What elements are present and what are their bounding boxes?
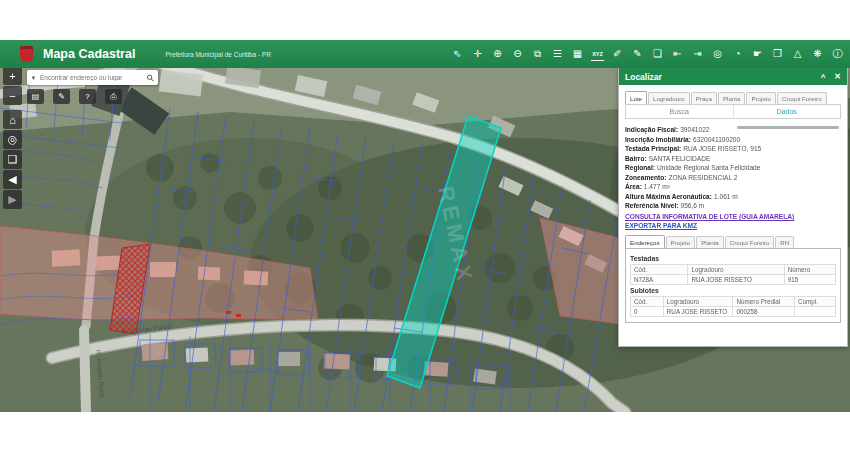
select-help-icon[interactable]: ? [79,89,96,104]
map-tool-row: ▤ ✎ ? ⎙ [27,89,122,104]
next-extent-icon[interactable]: ⇥ [691,46,704,62]
curitiba-crest-icon [20,46,33,62]
subtab-busca[interactable]: Busca [626,105,733,118]
search-source-dropdown[interactable]: ▼ [27,75,40,81]
sublotes-title: Sublotes [630,287,836,294]
scrollbar-thumb[interactable] [737,126,839,129]
pointer-icon[interactable]: ☛ [751,46,764,62]
edit-icon[interactable]: ✎ [631,46,644,62]
testadas-table: Cód. Logradouro Número N728A RUA JOSE RI… [630,264,836,285]
tab-lote[interactable]: Lote [625,91,647,104]
localizar-panel-header[interactable]: Localizar ˄ ✕ [619,68,847,85]
tab-detail-croqui-foreiro[interactable]: Croqui Foreiro [725,236,775,248]
link-exportar-kmz[interactable]: EXPORTAR PARA KMZ [625,222,841,229]
field-regional: Regional:Unidade Regional Santa Felicida… [625,163,841,173]
map-zoom-out-button[interactable]: − [3,86,22,105]
tab-praca[interactable]: Praça [691,92,717,104]
testadas-title: Testadas [630,255,836,262]
subtab-dados[interactable]: Dados [733,105,841,118]
home-button[interactable]: ⌂ [3,110,22,129]
panel-title: Localizar [625,72,662,82]
search-icon[interactable]: ⚲ [142,69,160,87]
draw-icon[interactable]: ✐ [611,46,624,62]
forward-extent-button[interactable]: ▶ [3,190,22,209]
measure-draw-icon[interactable]: ✎ [53,89,70,104]
app-subtitle: Prefeitura Municipal de Curitiba - PR [165,51,271,58]
sublotes-header-row: Cód. Logradouro Número Predial Compl. [631,296,836,306]
tab-projeto[interactable]: Projeto [746,92,776,104]
back-extent-button[interactable]: ◀ [3,170,22,189]
search-input[interactable] [40,74,143,81]
field-inscricao-imobiliaria: Inscrição Imobiliária:6320041100200 [625,135,841,145]
copy-icon[interactable]: ❐ [771,46,784,62]
tab-detail-planta[interactable]: Planta [696,236,724,248]
sublotes-table: Cód. Logradouro Número Predial Compl. 0 … [630,296,836,317]
basemap-gallery-icon[interactable]: ▦ [571,46,584,62]
link-guia-amarela[interactable]: CONSULTA INFORMATIVA DE LOTE (GUIA AMARE… [625,213,841,220]
zoom-out-icon[interactable]: ⊖ [511,46,524,62]
header-toolbar: ⇖ ✛ ⊕ ⊖ ⧉ ☰ ▦ XYZ ✐ ✎ ❏ ⇤ ⇥ ◎ ◔ ☛ ❐ △ ❋ … [451,46,850,62]
locate-icon[interactable]: ◎ [711,46,724,62]
tools-flower-icon[interactable]: ❋ [811,46,824,62]
print-icon[interactable]: ⎙ [105,89,122,104]
legend-icon[interactable]: ☰ [551,46,564,62]
address-tables-box: Testadas Cód. Logradouro Número N728A RU… [625,248,841,323]
app-header: Mapa Cadastral Prefeitura Municipal de C… [0,40,850,68]
previous-extent-icon[interactable]: ⇤ [671,46,684,62]
app-window: Mapa Cadastral Prefeitura Municipal de C… [0,0,850,450]
address-search-box: ▼ ⚲ [27,70,158,85]
detail-tabs: Endereços Projeto Planta Croqui Foreiro … [625,235,841,248]
full-extent-icon[interactable]: ❏ [651,46,664,62]
app-title: Mapa Cadastral [43,47,135,61]
testadas-header-row: Cód. Logradouro Número [631,264,836,274]
basemap-toggle-icon[interactable]: ▤ [27,89,44,104]
tab-croqui-foreiro[interactable]: Croqui Foreiro [777,92,827,104]
tab-detail-projeto[interactable]: Projeto [666,236,696,248]
busca-dados-subtabs: Busca Dados [625,104,841,119]
collapse-icon[interactable]: ˄ [821,72,826,81]
coordinates-icon[interactable]: XYZ [591,48,604,61]
tab-enderecos[interactable]: Endereços [625,235,665,248]
sublotes-row[interactable]: 0 RUA JOSE RISSETO 000258 [631,306,836,316]
pan-tool-icon[interactable]: ✛ [471,46,484,62]
field-referencia-nivel: Referência Nível:956,6 m [625,201,841,211]
field-zoneamento: Zoneamento:ZONA RESIDENCIAL 2 [625,173,841,183]
tab-logradouro[interactable]: Logradouro [648,92,690,104]
search-type-tabs: Lote Logradouro Praça Planta Projeto Cro… [625,91,841,104]
tab-planta[interactable]: Planta [718,92,746,104]
identify-tool-icon[interactable]: ⇖ [451,46,464,62]
tab-detail-rn[interactable]: RN [775,236,794,248]
field-testada-principal: Testada Principal:RUA JOSE RISSETO, 915 [625,144,841,154]
full-extent-button[interactable]: ❏ [3,150,22,169]
locate-me-button[interactable]: ◎ [3,130,22,149]
field-bairro: Bairro:SANTA FELICIDADE [625,154,841,164]
localizar-panel: Localizar ˄ ✕ Lote Logradouro Praça Plan… [618,67,848,347]
elevation-icon[interactable]: △ [791,46,804,62]
lot-data-fields: Indicação Fiscal:39041022 Inscrição Imob… [625,125,841,211]
layers-icon[interactable]: ⧉ [531,46,544,62]
info-icon[interactable]: ⓘ [831,46,844,62]
testadas-row[interactable]: N728A RUA JOSE RISSETO 915 [631,274,836,284]
field-altura-maxima: Altura Máxima Aeronáutica:1.061 m [625,192,841,202]
map-nav-column: + − ⌂ ◎ ❏ ◀ ▶ [3,68,22,210]
close-icon[interactable]: ✕ [834,72,841,81]
panel-body: Lote Logradouro Praça Planta Projeto Cro… [619,85,847,346]
map-zoom-in-button[interactable]: + [3,68,22,85]
chart-icon[interactable]: ◔ [731,46,744,62]
field-area: Área:1.477 m² [625,182,841,192]
zoom-in-icon[interactable]: ⊕ [491,46,504,62]
